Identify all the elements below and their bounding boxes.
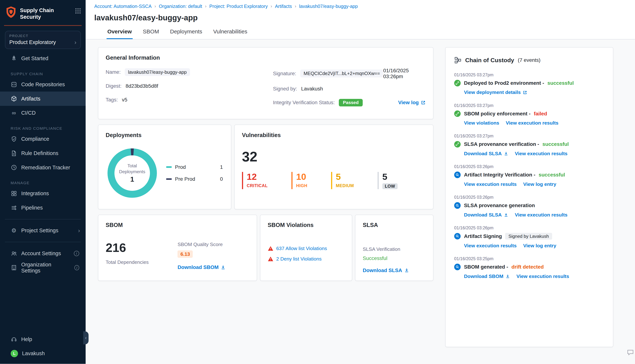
sidebar-item-organization-settings[interactable]: Organization Settings i xyxy=(0,260,86,275)
view-execution-results-link[interactable]: View execution results xyxy=(515,212,568,218)
project-selector-label: PROJECT xyxy=(9,34,76,38)
user-name: Lavakush xyxy=(22,350,45,356)
severity-critical: 12 CRITICAL xyxy=(242,172,268,189)
sbom-violations-card: SBOM Violations 637 Allow list Violation… xyxy=(260,215,352,281)
slsa-verification-label: SLSA Verification xyxy=(363,246,426,252)
event-timestamp: 01/16/2025 03:26pm xyxy=(454,226,604,230)
allow-list-violations-link[interactable]: 637 Allow list Violations xyxy=(276,246,327,251)
card-title: SLSA xyxy=(363,222,426,228)
custody-event: 01/16/2025 03:27pm SBOM policy enforceme… xyxy=(454,103,604,126)
view-execution-results-link[interactable]: View execution results xyxy=(464,243,517,248)
slsa-verify-link-icon xyxy=(454,141,461,148)
breadcrumb-item[interactable]: Organization: default xyxy=(159,4,202,9)
artifact-name-value: lavakush07/easy-buggy-app xyxy=(125,68,190,76)
sidebar-collapse-button[interactable]: ‹ xyxy=(83,331,89,344)
sidebar-item-help[interactable]: Help xyxy=(0,332,86,346)
breadcrumb-item[interactable]: lavakush07/easy-buggy-app xyxy=(299,4,358,9)
view-execution-results-link[interactable]: View execution results xyxy=(464,182,517,187)
card-title: Deployments xyxy=(106,132,224,138)
download-slsa-link[interactable]: Download SLSA xyxy=(464,151,508,156)
severity-low: 5 LOW xyxy=(378,172,398,189)
slsa-verification-status: Successful xyxy=(363,256,426,261)
sidebar-item-artifacts[interactable]: Artifacts xyxy=(0,92,86,106)
view-execution-results-link[interactable]: View execution results xyxy=(515,151,568,156)
sidebar-item-code-repositories[interactable]: Code Repositories xyxy=(0,78,86,92)
sidebar-item-get-started[interactable]: Get Started xyxy=(0,51,86,66)
view-log-entry-link[interactable]: View log entry xyxy=(523,182,556,187)
slsa-generation-icon xyxy=(454,202,461,209)
custody-event: 01/16/2025 03:26pm Artifact Signing Sign… xyxy=(454,226,604,248)
breadcrumb-item[interactable]: Project: Product Exploratory xyxy=(209,4,268,9)
info-icon[interactable]: i xyxy=(74,265,79,270)
view-violations-link[interactable]: View violations xyxy=(464,120,499,126)
view-log-entry-link[interactable]: View log entry xyxy=(523,243,556,248)
artifact-signing-icon xyxy=(454,233,461,240)
total-dependencies-label: Total Dependencies xyxy=(106,260,177,265)
event-timestamp: 01/16/2025 03:26pm xyxy=(454,195,604,200)
module-switcher-icon[interactable] xyxy=(75,8,81,14)
severity-high: 10 HIGH xyxy=(291,172,307,189)
deployments-donut-chart: Total Deployments 1 xyxy=(107,148,157,198)
project-selector-value: Product Exploratory xyxy=(9,39,74,45)
sidebar-item-pipelines[interactable]: Pipelines xyxy=(0,201,86,215)
legend-item-preprod: Pre Prod 0 xyxy=(166,176,223,182)
deny-list-violations-link[interactable]: 2 Deny list Violations xyxy=(276,256,322,262)
chevron-right-icon: › xyxy=(74,40,76,45)
feedback-bubble-icon[interactable] xyxy=(627,349,634,356)
allow-list-violations-row: 637 Allow list Violations xyxy=(268,246,344,251)
tab-deployments[interactable]: Deployments xyxy=(169,28,203,39)
tab-sbom[interactable]: SBOM xyxy=(142,28,160,39)
chain-of-custody-card: Chain of Custody (7 events) 01/16/2025 0… xyxy=(445,47,613,347)
custody-event: 01/16/2025 03:26pm Artifact Integrity Ve… xyxy=(454,164,604,187)
sidebar-nav: Get Started SUPPLY CHAIN Code Repositori… xyxy=(0,51,86,275)
total-deployments-value: 1 xyxy=(130,176,134,183)
card-title: General Information xyxy=(106,54,426,61)
breadcrumb-item[interactable]: Artifacts xyxy=(275,4,292,9)
nav-divider xyxy=(5,242,81,242)
custody-event: 01/16/2025 03:27pm SLSA provenance verif… xyxy=(454,134,604,156)
tab-vulnerabilities[interactable]: Vulnerabilities xyxy=(213,28,248,39)
info-icon[interactable]: i xyxy=(74,251,79,256)
download-sbom-link[interactable]: Download SBOM xyxy=(464,274,510,279)
sidebar-item-project-settings[interactable]: ⚙ Project Settings › xyxy=(0,224,86,238)
download-slsa-link[interactable]: Download SLSA xyxy=(363,268,409,273)
breadcrumb-separator: › xyxy=(295,4,296,9)
card-title: Vulnerabilities xyxy=(242,132,426,138)
integrity-status-label: Integrity Verification Status: xyxy=(273,100,335,106)
download-icon xyxy=(404,268,409,273)
breadcrumb-item[interactable]: Account: Automation-SSCA xyxy=(94,4,152,9)
project-selector[interactable]: PROJECT Product Exploratory › xyxy=(5,31,81,49)
donut-center-label: Total Deployments xyxy=(119,163,145,175)
view-deployment-details-link[interactable]: View deployment details xyxy=(464,90,527,95)
sidebar-item-integrations[interactable]: Integrations xyxy=(0,186,86,201)
page-header: Account: Automation-SSCA › Organization:… xyxy=(86,0,635,40)
sidebar-item-compliance[interactable]: Compliance xyxy=(0,132,86,146)
sidebar-item-remediation-tracker[interactable]: Remediation Tracker xyxy=(0,160,86,175)
download-sbom-link[interactable]: Download SBOM xyxy=(177,264,226,270)
preprod-color-swatch xyxy=(166,178,172,180)
name-label: Name: xyxy=(106,69,121,75)
sidebar-user[interactable]: L Lavakush xyxy=(0,346,86,361)
pipelines-icon xyxy=(11,204,17,211)
tab-overview[interactable]: Overview xyxy=(107,28,133,39)
sidebar-item-account-settings[interactable]: Account Settings i xyxy=(0,246,86,260)
download-slsa-link[interactable]: Download SLSA xyxy=(464,212,508,218)
integrations-grid-icon xyxy=(11,190,17,197)
view-execution-results-link[interactable]: View execution results xyxy=(506,120,559,126)
sidebar-item-rule-definitions[interactable]: Rule Definitions xyxy=(0,146,86,160)
breadcrumb-separator: › xyxy=(205,4,206,9)
signed-by-value: Lavakush xyxy=(301,86,323,92)
sidebar-item-label: Pipelines xyxy=(21,205,43,211)
collapse-chevron-icon: ‹ xyxy=(85,335,87,341)
total-dependencies-value: 216 xyxy=(106,242,177,254)
event-timestamp: 01/16/2025 03:26pm xyxy=(454,164,604,169)
app-title-line1: Supply Chain xyxy=(20,7,54,14)
severity-medium: 5 MEDIUM xyxy=(331,172,354,189)
prod-color-swatch xyxy=(166,166,172,168)
deployments-card: Deployments Total Deploy xyxy=(98,124,231,209)
sidebar-item-cicd[interactable]: ∞ CI/CD xyxy=(0,106,86,120)
custody-event: 01/16/2025 03:26pm SLSA provenance gener… xyxy=(454,195,604,218)
view-log-link[interactable]: View log xyxy=(398,100,426,106)
view-execution-results-link[interactable]: View execution results xyxy=(517,274,569,279)
signed-by-badge: Signed by Lavakush xyxy=(505,233,552,240)
